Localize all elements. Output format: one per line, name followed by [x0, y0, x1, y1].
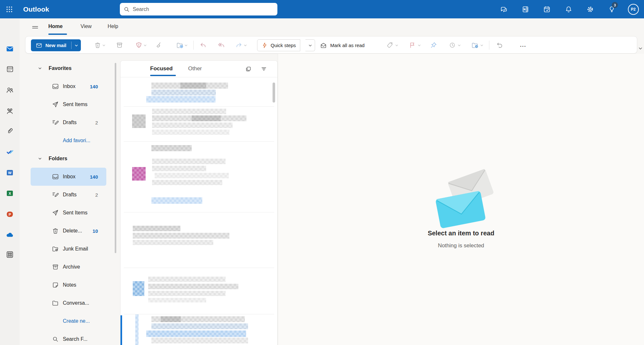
email-list-item[interactable] — [120, 314, 277, 345]
chevron-down-icon — [418, 44, 421, 47]
onenote-button[interactable] — [514, 0, 536, 18]
folder-deleted-items[interactable]: Delete... 10 — [31, 222, 106, 240]
rail-people[interactable] — [4, 84, 16, 96]
onedrive-icon — [5, 231, 14, 240]
report-dropdown-chevron[interactable] — [143, 43, 147, 47]
folder-notes[interactable]: Notes — [31, 276, 106, 294]
undo-button[interactable] — [495, 40, 505, 50]
snooze-button[interactable] — [447, 40, 457, 50]
select-all-button[interactable] — [245, 65, 252, 73]
folder-junk-email[interactable]: Junk Email — [31, 240, 106, 258]
redacted-text — [161, 316, 181, 322]
notifications-button[interactable] — [558, 0, 579, 18]
folder-inbox-selected[interactable]: Inbox 140 — [31, 168, 106, 186]
redacted-text — [152, 109, 226, 114]
tab-home[interactable]: Home — [48, 18, 62, 34]
new-mail-main[interactable]: New mail — [31, 39, 71, 51]
folder-archive[interactable]: Archive — [31, 258, 106, 276]
quick-steps-button[interactable]: Quick steps — [257, 39, 300, 51]
app-launcher-button[interactable] — [3, 3, 16, 16]
folders-header[interactable]: Folders — [20, 150, 120, 168]
pin-button[interactable] — [428, 40, 439, 50]
move-to-dropdown-chevron[interactable] — [184, 43, 188, 47]
list-group-header[interactable] — [120, 142, 277, 154]
email-list-item[interactable] — [120, 107, 277, 141]
reply-button[interactable] — [198, 40, 208, 50]
folder-search-folders[interactable]: Search F... — [31, 330, 106, 345]
rail-more-apps[interactable] — [4, 248, 16, 261]
account-button[interactable]: P2 — [622, 0, 644, 18]
flag-button[interactable] — [407, 40, 418, 50]
more-options-button[interactable]: ... — [518, 40, 529, 50]
flag-dropdown-chevron[interactable] — [417, 43, 421, 47]
nav-toggle-button[interactable] — [30, 22, 41, 33]
add-favorite-link[interactable]: Add favori... — [31, 132, 106, 150]
categorize-dropdown-chevron[interactable] — [394, 43, 399, 47]
reply-all-button[interactable] — [216, 40, 226, 50]
chevron-down-icon — [74, 44, 78, 47]
tab-view[interactable]: View — [81, 18, 91, 34]
chevron-down-icon — [102, 44, 106, 47]
toolbar-divider — [193, 41, 194, 50]
rail-word[interactable]: W — [4, 166, 16, 179]
search-box[interactable] — [120, 3, 277, 15]
email-list-item[interactable] — [120, 155, 277, 212]
rail-files[interactable] — [4, 124, 16, 137]
archive-button[interactable] — [114, 40, 125, 50]
create-new-folder-link[interactable]: Create ne... — [31, 312, 106, 330]
folder-favorites-inbox[interactable]: Inbox 140 — [31, 77, 106, 95]
email-list-item[interactable] — [120, 268, 277, 314]
tips-button[interactable]: 3 — [601, 0, 622, 18]
paperclip-icon — [6, 127, 14, 135]
new-mail-button[interactable]: New mail — [31, 39, 81, 51]
quick-steps-dropdown[interactable] — [305, 39, 315, 51]
more-apps-icon — [6, 251, 14, 259]
email-list-item[interactable] — [120, 77, 277, 106]
chevron-down-icon — [244, 44, 247, 47]
settings-button[interactable] — [579, 0, 601, 18]
new-mail-dropdown[interactable] — [72, 39, 81, 51]
rules-dropdown-chevron[interactable] — [479, 43, 484, 47]
favorites-header[interactable]: Favorites — [20, 59, 120, 77]
categorize-button[interactable] — [385, 40, 395, 50]
active-tab-indicator — [48, 34, 67, 35]
rail-todo[interactable] — [4, 145, 16, 158]
redacted-text — [148, 298, 206, 302]
rail-onedrive[interactable] — [4, 229, 16, 241]
select-all-icon — [245, 66, 252, 72]
snooze-dropdown-chevron[interactable] — [457, 43, 461, 47]
message-list-scrollbar[interactable] — [273, 83, 275, 103]
folder-favorites-sent[interactable]: Sent Items — [31, 95, 106, 113]
folder-favorites-drafts[interactable]: Drafts 2 — [31, 113, 106, 132]
search-input[interactable] — [133, 6, 274, 12]
unread-indicator — [120, 315, 122, 345]
collapse-ribbon-chevron[interactable] — [637, 45, 644, 52]
folder-pane-scrollbar[interactable] — [115, 63, 116, 253]
tab-focused[interactable]: Focused — [150, 61, 173, 77]
filter-button[interactable] — [260, 65, 268, 73]
email-list-item[interactable] — [120, 213, 277, 268]
forward-button[interactable] — [234, 40, 244, 50]
redacted-text — [180, 83, 206, 89]
forward-dropdown-chevron[interactable] — [243, 43, 247, 47]
myday-button[interactable] — [536, 0, 558, 18]
folder-conversation-history[interactable]: Conversa... — [31, 294, 106, 312]
rail-calendar[interactable] — [4, 63, 16, 75]
groups-icon — [6, 107, 14, 115]
rail-powerpoint[interactable]: P — [4, 208, 16, 221]
tab-other[interactable]: Other — [188, 61, 202, 77]
mark-all-read-button[interactable]: Mark all as read — [317, 39, 367, 51]
delete-dropdown-chevron[interactable] — [101, 43, 106, 47]
rules-button[interactable] — [470, 40, 480, 50]
rail-mail[interactable] — [4, 42, 16, 55]
rail-excel[interactable]: X — [4, 187, 16, 200]
chevron-down-icon — [184, 44, 188, 47]
rail-groups[interactable] — [4, 104, 16, 117]
sweep-button[interactable] — [154, 40, 164, 50]
move-folder-icon — [176, 42, 184, 49]
onenote-icon — [522, 5, 529, 13]
teams-chat-button[interactable] — [493, 0, 514, 18]
folder-sent-items[interactable]: Sent Items — [31, 204, 106, 222]
folder-drafts[interactable]: Drafts 2 — [31, 186, 106, 204]
tab-help[interactable]: Help — [108, 18, 118, 34]
